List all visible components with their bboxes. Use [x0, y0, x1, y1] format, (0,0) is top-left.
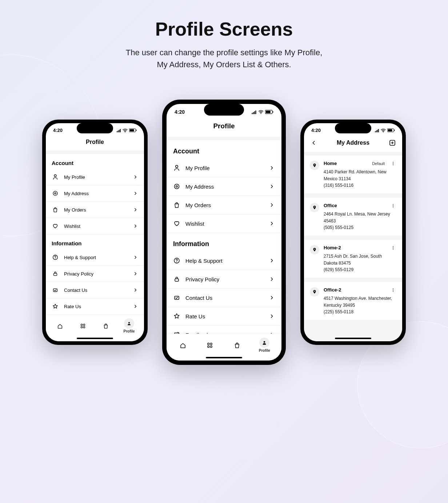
pin-icon — [310, 161, 319, 170]
phone-profile-large: 4:20 Profile Account My Profile My Addre… — [162, 100, 286, 365]
item-privacy-policy[interactable]: Privacy Policy — [167, 270, 281, 289]
address-line: 4517 Washington Ave. Manchester, Kentuck… — [324, 295, 396, 309]
user-icon — [173, 164, 180, 172]
chevron-right-icon — [133, 255, 138, 260]
bag-icon — [52, 206, 59, 213]
section-account: Account — [46, 154, 144, 169]
address-phone: (629) 555-0129 — [324, 266, 396, 273]
address-list: Home Default 4140 Parker Rd. Allentown, … — [304, 156, 402, 341]
location-icon — [173, 183, 180, 190]
lock-icon — [52, 270, 59, 277]
help-icon — [173, 257, 180, 264]
page-subtitle: The user can change the profile settings… — [11, 47, 437, 71]
chevron-right-icon — [269, 184, 275, 189]
status-icons — [117, 128, 137, 133]
chevron-right-icon — [269, 313, 275, 319]
bag-icon — [101, 321, 111, 331]
item-my-orders[interactable]: My Orders — [167, 196, 281, 214]
chevron-right-icon — [133, 304, 138, 309]
add-address-button[interactable] — [388, 139, 396, 147]
nav-home[interactable] — [178, 340, 188, 350]
chevron-right-icon — [269, 202, 275, 208]
nav-profile-label: Profile — [259, 349, 270, 353]
star-icon — [173, 313, 180, 320]
item-help-support[interactable]: Help & Support — [167, 252, 281, 270]
item-wishlist[interactable]: Wishlist — [167, 214, 281, 233]
lock-icon — [173, 275, 180, 283]
help-icon — [52, 254, 59, 261]
chevron-right-icon — [133, 191, 138, 196]
item-my-profile[interactable]: My Profile — [167, 159, 281, 177]
person-icon — [124, 318, 134, 329]
address-phone: (505) 555-0125 — [324, 224, 396, 231]
item-contact-us[interactable]: Contact Us — [167, 289, 281, 307]
section-account: Account — [167, 140, 281, 159]
phone-profile-small: 4:20 Profile Account My Profile My Addre… — [42, 120, 148, 345]
address-name: Home-2 — [324, 244, 341, 252]
home-icon — [178, 340, 188, 350]
person-icon — [259, 338, 269, 348]
back-button[interactable] — [310, 139, 318, 147]
address-card[interactable]: Office 2464 Royal Ln. Mesa, New Jersey 4… — [304, 198, 402, 236]
address-phone: (225) 555-0118 — [324, 309, 396, 315]
page-header: Profile Screens The user can change the … — [11, 18, 437, 71]
chevron-right-icon — [269, 276, 275, 282]
screen-title: Profile — [167, 118, 281, 137]
status-time: 4:20 — [311, 128, 321, 133]
nav-categories[interactable] — [78, 321, 88, 331]
bag-icon — [173, 201, 180, 209]
chevron-right-icon — [133, 174, 138, 180]
chevron-right-icon — [133, 287, 138, 293]
item-wishlist[interactable]: Wishlist — [46, 218, 144, 234]
address-card[interactable]: Home Default 4140 Parker Rd. Allentown, … — [304, 156, 402, 193]
address-name: Office — [324, 202, 337, 209]
nav-profile[interactable]: Profile — [259, 338, 270, 353]
section-information: Information — [167, 233, 281, 252]
star-icon — [52, 303, 59, 310]
chevron-right-icon — [269, 295, 275, 301]
nav-home[interactable] — [55, 321, 65, 331]
more-button[interactable] — [390, 161, 396, 166]
location-icon — [52, 190, 59, 197]
chevron-right-icon — [133, 207, 138, 212]
chevron-right-icon — [269, 221, 275, 226]
chevron-right-icon — [269, 165, 275, 171]
page-title: Profile Screens — [11, 18, 437, 40]
item-help-support[interactable]: Help & Support — [46, 249, 144, 266]
more-button[interactable] — [390, 203, 396, 208]
address-name: Office-2 — [324, 286, 341, 294]
address-line: 4140 Parker Rd. Allentown, New Mexico 31… — [324, 169, 396, 182]
default-badge: Default — [372, 161, 385, 167]
nav-categories[interactable] — [205, 340, 215, 350]
address-phone: (316) 555-0116 — [324, 182, 396, 189]
item-my-address[interactable]: My Address — [46, 185, 144, 202]
grid-icon — [78, 321, 88, 331]
pin-icon — [310, 287, 319, 297]
nav-cart[interactable] — [232, 340, 242, 350]
item-rate-us[interactable]: Rate Us — [167, 307, 281, 326]
nav-profile[interactable]: Profile — [124, 318, 135, 333]
screen-title: My Address — [318, 140, 388, 146]
more-button[interactable] — [390, 287, 396, 293]
nav-cart[interactable] — [101, 321, 111, 331]
heart-icon — [173, 220, 180, 227]
item-privacy-policy[interactable]: Privacy Policy — [46, 266, 144, 282]
item-my-orders[interactable]: My Orders — [46, 202, 144, 218]
address-line: 2715 Ash Dr. San Jose, South Dakota 8347… — [324, 253, 396, 266]
chevron-right-icon — [133, 271, 138, 276]
pin-icon — [310, 245, 319, 254]
phone-my-address: 4:20 My Address — [300, 120, 406, 345]
chevron-right-icon — [269, 258, 275, 263]
address-card[interactable]: Office-2 4517 Washington Ave. Manchester… — [304, 282, 402, 320]
item-contact-us[interactable]: Contact Us — [46, 282, 144, 298]
item-my-profile[interactable]: My Profile — [46, 169, 144, 185]
bag-icon — [232, 340, 242, 350]
address-line: 2464 Royal Ln. Mesa, New Jersey 45463 — [324, 211, 396, 224]
status-time: 4:20 — [53, 128, 63, 133]
status-icons — [252, 110, 273, 114]
item-rate-us[interactable]: Rate Us — [46, 298, 144, 315]
item-my-address[interactable]: My Address — [167, 177, 281, 196]
address-card[interactable]: Home-2 2715 Ash Dr. San Jose, South Dako… — [304, 240, 402, 278]
more-button[interactable] — [390, 245, 396, 250]
pin-icon — [310, 203, 319, 212]
